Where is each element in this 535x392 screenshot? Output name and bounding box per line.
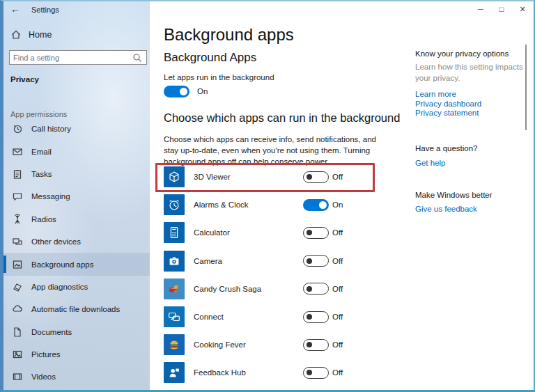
section-background-apps-title: Background Apps: [164, 51, 256, 65]
documents-icon: [12, 327, 23, 338]
home-icon: [10, 29, 22, 40]
cooking-fever-icon: [164, 334, 185, 355]
radios-icon: [12, 214, 23, 225]
sidebar-item-label: Automatic file downloads: [31, 305, 120, 313]
app-toggle-cooking-fever[interactable]: [303, 339, 329, 351]
home-label: Home: [29, 30, 52, 40]
background-apps-icon: [12, 259, 23, 270]
sidebar-item-messaging[interactable]: Messaging: [3, 185, 150, 207]
app-toggle-state: Off: [332, 340, 343, 349]
master-toggle-state: On: [197, 87, 208, 95]
sidebar-item-app-diagnostics[interactable]: App diagnostics: [3, 276, 150, 298]
app-name: Cooking Fever: [194, 340, 246, 349]
selected-accent-bar: [3, 256, 6, 272]
call-history-icon: [12, 123, 23, 134]
settings-window: ← Settings Home Privacy App permissions …: [0, 0, 535, 392]
sidebar-item-label: Tasks: [31, 170, 52, 178]
have-a-question-title: Have a question?: [415, 144, 525, 152]
sidebar-item-email[interactable]: Email: [3, 140, 150, 162]
privacy-statement-link[interactable]: Privacy statement: [415, 109, 525, 118]
app-diagnostics-icon: [12, 281, 23, 292]
app-toggle-state: Off: [332, 228, 343, 237]
sidebar-item-label: Messaging: [31, 192, 70, 201]
make-windows-better-title: Make Windows better: [415, 191, 525, 199]
learn-more-link[interactable]: Learn more: [415, 90, 525, 100]
help-panel: Know your privacy options Learn how this…: [415, 49, 525, 214]
app-name: Calculator: [194, 228, 230, 237]
give-us-feedback-link[interactable]: Give us feedback: [415, 205, 525, 214]
search-icon: [132, 52, 143, 63]
privacy-options-title: Know your privacy options: [415, 49, 525, 58]
window-controls: ─ □ ✕: [475, 4, 528, 14]
app-row-feedback-hub: Feedback Hub Off: [164, 359, 376, 386]
sidebar-item-radios[interactable]: Radios: [3, 208, 150, 230]
app-name: Alarms & Clock: [194, 201, 249, 209]
privacy-section-label: Privacy: [10, 75, 39, 84]
get-help-link[interactable]: Get help: [415, 159, 525, 168]
sidebar-item-label: Call history: [31, 125, 71, 133]
sidebar-item-automatic-file-downloads[interactable]: Automatic file downloads: [3, 298, 150, 320]
sidebar: ← Settings Home Privacy App permissions …: [3, 1, 150, 390]
sidebar-item-label: Email: [31, 148, 52, 156]
app-toggle-state: Off: [332, 313, 343, 321]
app-name: Candy Crush Saga: [194, 285, 261, 293]
candy-crush-saga-icon: [164, 279, 185, 299]
master-toggle-label: Let apps run in the background: [164, 73, 274, 81]
connect-icon: [164, 306, 185, 327]
app-row-alarms-clock: Alarms & Clock On: [164, 191, 376, 219]
app-name: 3D Viewer: [194, 173, 231, 181]
sidebar-nav: Call history Email Tasks Messaging: [3, 118, 150, 389]
search-box[interactable]: [9, 50, 147, 65]
sidebar-item-call-history[interactable]: Call history: [3, 118, 150, 140]
videos-icon: [12, 371, 23, 382]
scrollbar-thumb[interactable]: [525, 45, 527, 130]
sidebar-item-label: Other devices: [31, 237, 81, 246]
sidebar-item-pictures[interactable]: Pictures: [3, 343, 150, 366]
sidebar-item-other-devices[interactable]: Other devices: [3, 230, 150, 253]
app-toggle-state: Off: [332, 173, 343, 181]
minimize-button[interactable]: ─: [475, 4, 486, 14]
app-toggle-alarms-clock[interactable]: [303, 199, 329, 211]
app-toggle-connect[interactable]: [303, 311, 329, 323]
sidebar-item-label: Pictures: [31, 350, 61, 359]
back-button[interactable]: ←: [10, 3, 20, 15]
sidebar-item-tasks[interactable]: Tasks: [3, 163, 150, 185]
privacy-options-description: Learn how this setting impacts your priv…: [415, 62, 525, 84]
page-title: Background apps: [164, 25, 294, 45]
app-name: Connect: [194, 313, 224, 321]
app-toggle-3d-viewer[interactable]: [303, 171, 329, 183]
app-row-3d-viewer: 3D Viewer Off: [164, 163, 376, 191]
app-toggle-state: Off: [332, 368, 343, 377]
sidebar-item-videos[interactable]: Videos: [3, 366, 150, 388]
app-toggle-candy-crush-saga[interactable]: [303, 283, 329, 295]
app-toggle-state: On: [332, 201, 343, 209]
close-button[interactable]: ✕: [517, 4, 528, 14]
sidebar-item-documents[interactable]: Documents: [3, 321, 150, 343]
search-input[interactable]: [13, 54, 132, 62]
sidebar-item-label: Documents: [31, 328, 72, 336]
sidebar-item-background-apps[interactable]: Background apps: [3, 253, 150, 275]
app-toggle-camera[interactable]: [303, 255, 329, 267]
sidebar-item-label: App diagnostics: [31, 283, 88, 291]
app-toggle-state: Off: [332, 257, 343, 265]
camera-icon: [164, 251, 185, 272]
app-toggle-feedback-hub[interactable]: [303, 367, 329, 379]
downloads-icon: [12, 304, 23, 315]
maximize-button[interactable]: □: [496, 4, 507, 14]
app-name: Camera: [194, 257, 222, 265]
app-row-camera: Camera Off: [164, 247, 376, 275]
privacy-dashboard-link[interactable]: Privacy dashboard: [415, 100, 525, 109]
feedback-hub-icon: [164, 362, 185, 383]
3d-viewer-icon: [164, 166, 185, 187]
sidebar-item-label: Radios: [31, 215, 56, 224]
app-toggle-state: Off: [332, 285, 343, 293]
app-toggle-calculator[interactable]: [303, 227, 329, 239]
sidebar-item-home[interactable]: Home: [10, 29, 52, 40]
other-devices-icon: [12, 236, 23, 247]
app-row-connect: Connect Off: [164, 303, 376, 331]
tasks-icon: [12, 168, 23, 180]
app-name: Feedback Hub: [194, 368, 246, 377]
messaging-icon: [12, 191, 23, 202]
pictures-icon: [12, 349, 23, 360]
master-toggle[interactable]: [164, 86, 189, 97]
